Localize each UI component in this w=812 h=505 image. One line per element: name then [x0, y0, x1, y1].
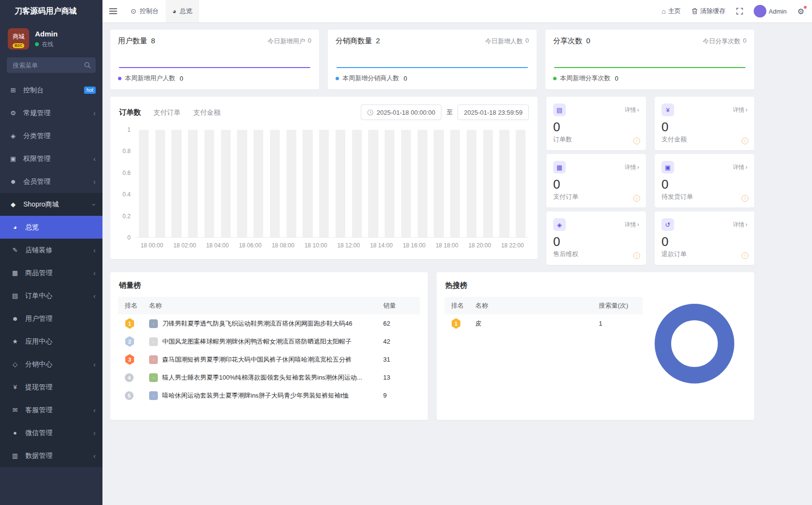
stat-today-value: 0 [525, 37, 529, 46]
sidebar-item-shopro[interactable]: ◆ Shopro商城 › [0, 193, 102, 216]
tab-overview[interactable]: ◕ 总览 [166, 0, 199, 22]
settings-button[interactable]: ⚙ [797, 7, 804, 16]
table-row[interactable]: 3 -森马国潮短裤男夏季潮印花大码中国风裤子休闲嘻哈潮流宽松五分裤 31 [118, 350, 420, 368]
shop-icon: ◆ [9, 201, 17, 208]
detail-link[interactable]: 详情› [733, 163, 747, 172]
detail-label: 详情 [625, 163, 636, 172]
tab-console[interactable]: ⊙ 控制台 [124, 0, 166, 22]
table-row[interactable]: 2 -中国风龙图案棒球帽男潮牌休闲鸭舌帽女潮流百搭防晒遮阳太阳帽子 42 [118, 332, 420, 350]
home-button[interactable]: ⌂ 主页 [661, 7, 680, 16]
sidebar-toggle-button[interactable] [102, 0, 124, 22]
tab-paid-amount[interactable]: 支付金额 [193, 108, 220, 117]
col-header-name: 名称 [475, 301, 599, 310]
chart-bar [300, 130, 316, 237]
dashboard-icon: ⊞ [9, 87, 17, 94]
stat-card-shares: 分享次数 0 今日分享次数 0 本周新增分享次数 0 [545, 30, 754, 89]
table-row[interactable]: 5 -嘻哈休闲运动套装男士夏季潮牌ins胖子大码青少年男装短裤短袖t恤 9 [118, 386, 420, 404]
col-header-sales: 销量 [383, 301, 420, 310]
sidebar-item-label: 商品管理 [25, 269, 93, 278]
sales-rank-card: 销量榜 排名 名称 销量 1 -刀锋男鞋夏季透气防臭飞织运动鞋男潮流百搭休闲网面… [110, 272, 428, 420]
legend-dot [553, 77, 557, 80]
ship-order-icon: ▣ [661, 161, 674, 174]
sidebar-menu: ⊞ 控制台 hot ⚙ 常规管理 ‹ ◈ 分类管理 ▣ 权限管理 ‹ ☻ 会员管… [0, 79, 102, 505]
date-end-value: 2025-01-18 23:59:59 [464, 109, 523, 116]
sidebar-item-data[interactable]: ▥ 数据管理 ‹ [0, 444, 102, 467]
sidebar-item-decorate[interactable]: ✎ 店铺装修 ‹ [0, 239, 102, 261]
sidebar-item-distribution[interactable]: ◇ 分销中心 ‹ [0, 353, 102, 376]
user-panel[interactable]: 商城 B2C Admin 在线 [0, 22, 102, 54]
chart-bar [135, 130, 152, 237]
y-tick-label: 0.4 [122, 192, 131, 197]
sidebar-item-users[interactable]: ☻ 用户管理 [0, 307, 102, 330]
sidebar-item-order-center[interactable]: ▤ 订单中心 ‹ [0, 284, 102, 307]
chart-bar [381, 130, 398, 237]
sidebar-item-overview[interactable]: ◕ 总览 [0, 216, 102, 239]
table-row[interactable]: 4 -猫人男士睡衣男夏季100%纯棉薄款圆领套头短袖套装男ins潮休闲运动...… [118, 368, 420, 386]
sidebar-item-general[interactable]: ⚙ 常规管理 ‹ [0, 102, 102, 124]
sidebar-item-wechat[interactable]: ● 微信管理 ‹ [0, 421, 102, 444]
product-name: 嘻哈休闲运动套装男士夏季潮牌ins胖子大码青少年男装短裤短袖t恤 [162, 391, 349, 400]
user-menu[interactable]: Admin [754, 5, 787, 17]
brand-title: 刀客源码用户商城 [0, 0, 102, 22]
stat-mini-refund-orders: ↺ 详情› 0 退款订单 ! [655, 211, 754, 265]
product-name: 猫人男士睡衣男夏季100%纯棉薄款圆领套头短袖套装男ins潮休闲运动... [162, 373, 362, 382]
stat-today-label: 今日新增用户 [268, 37, 305, 46]
hot-search-card: 热搜榜 排名 名称 搜索量(次) 1 皮 1 [437, 272, 754, 420]
chevron-right-icon: › [637, 164, 639, 171]
stat-today-value: 0 [743, 37, 746, 46]
date-range-picker: 2025-01-18 00:00:00 至 2025-01-18 23:59:5… [361, 104, 529, 120]
date-end-input[interactable]: 2025-01-18 23:59:59 [457, 104, 529, 120]
brush-icon: ✎ [11, 246, 19, 254]
mini-value: 0 [661, 120, 747, 134]
stat-mini-pending-delivery: ▣ 详情› 0 待发货订单 ! [655, 154, 754, 208]
chevron-left-icon: ‹ [93, 269, 96, 277]
rankings-row: 销量榜 排名 名称 销量 1 -刀锋男鞋夏季透气防臭飞织运动鞋男潮流百搭休闲网面… [110, 272, 754, 420]
sidebar-item-goods[interactable]: ▦ 商品管理 ‹ [0, 261, 102, 284]
detail-link[interactable]: 详情› [625, 163, 639, 172]
date-start-input[interactable]: 2025-01-18 00:00:00 [361, 104, 442, 120]
table-row[interactable]: 1 -刀锋男鞋夏季透气防臭飞织运动鞋男潮流百搭休闲网面跑步鞋大码46 62 [118, 314, 420, 332]
search-input[interactable] [7, 57, 96, 73]
chart-bar [512, 130, 529, 237]
order-icon: ▤ [11, 292, 19, 299]
sidebar-item-label: 权限管理 [23, 155, 93, 163]
clock-icon [367, 109, 373, 116]
sidebar-item-category[interactable]: ◈ 分类管理 [0, 124, 102, 147]
sales-value: 62 [383, 320, 420, 327]
mini-label: 售后维权 [553, 250, 639, 259]
order-chart-card: 订单数 支付订单 支付金额 2025-01-18 00:00:00 至 2025… [110, 97, 538, 259]
stat-week-label: 本周新增分享次数 [560, 74, 610, 83]
col-header-rank: 排名 [118, 301, 149, 310]
detail-label: 详情 [733, 221, 744, 229]
legend-dot [118, 77, 121, 80]
product-name: 刀锋男鞋夏季透气防臭飞织运动鞋男潮流百搭休闲网面跑步鞋大码46 [162, 319, 352, 328]
sidebar-item-permission[interactable]: ▣ 权限管理 ‹ [0, 147, 102, 170]
detail-link[interactable]: 详情› [733, 106, 747, 114]
detail-link[interactable]: 详情› [625, 221, 639, 229]
x-tick-label: 18 12:00 [332, 242, 365, 249]
table-header: 排名 名称 搜索量(次) [444, 297, 643, 314]
sidebar-item-member[interactable]: ☻ 会员管理 ‹ [0, 170, 102, 193]
sidebar-item-label: 会员管理 [23, 177, 93, 186]
user-icon: ☻ [11, 315, 19, 322]
sales-value: 42 [383, 338, 420, 345]
sidebar-item-withdraw[interactable]: ¥ 提现管理 [0, 376, 102, 399]
table-row[interactable]: 1 皮 1 [444, 314, 643, 332]
keyword: 皮 [475, 319, 482, 328]
clear-cache-button[interactable]: 清除缓存 [692, 7, 726, 16]
sidebar-item-label: 店铺装修 [25, 246, 93, 255]
chevron-left-icon: ‹ [93, 109, 96, 117]
fullscreen-button[interactable] [736, 8, 743, 15]
order-chart-xlabels: 18 00:0018 02:0018 04:0018 06:0018 08:00… [135, 242, 529, 249]
sidebar-item-service[interactable]: ✉ 客服管理 ‹ [0, 399, 102, 421]
detail-link[interactable]: 详情› [733, 221, 747, 229]
hot-badge: hot [84, 87, 96, 94]
warning-icon: ! [742, 195, 748, 202]
sidebar-item-app-center[interactable]: ★ 应用中心 [0, 330, 102, 353]
sidebar-item-label: 控制台 [23, 86, 84, 95]
sidebar-item-console[interactable]: ⊞ 控制台 hot [0, 79, 102, 102]
y-tick-label: 1 [127, 127, 131, 133]
tab-order-count[interactable]: 订单数 [119, 108, 141, 117]
tab-paid-orders[interactable]: 支付订单 [153, 108, 181, 117]
detail-link[interactable]: 详情› [625, 106, 639, 114]
